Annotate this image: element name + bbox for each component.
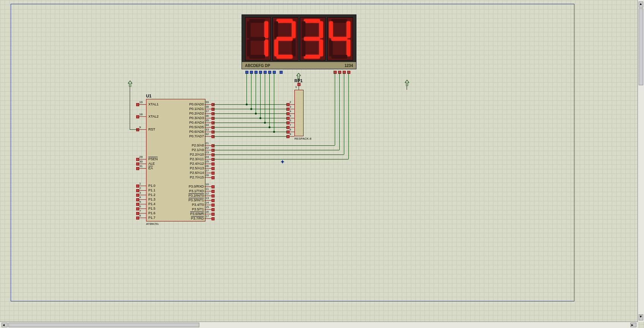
mcu-pin-24[interactable]: [211, 158, 215, 161]
display-pin-d1[interactable]: [334, 71, 337, 74]
mcu-pin-5[interactable]: [136, 203, 139, 206]
pin-number: 28: [205, 174, 209, 177]
pin-name: P3.0/RXD: [189, 185, 204, 188]
pin-name: XTAL1: [148, 102, 159, 106]
mcu-pin-22[interactable]: [211, 149, 215, 152]
pin-number: 37: [205, 110, 209, 113]
mcu-pin-11[interactable]: [211, 190, 215, 193]
pin-name: P1.6: [148, 211, 156, 215]
mcu-pin-8[interactable]: [136, 217, 139, 220]
respack-pin-7[interactable]: [286, 126, 289, 129]
mcu-pin-stub[interactable]: [138, 204, 146, 204]
display-pin-f[interactable]: [268, 71, 271, 74]
mcu-pin-39[interactable]: [211, 103, 215, 106]
mcu-pin-stub[interactable]: [138, 168, 146, 169]
respack-pin-8[interactable]: [286, 131, 289, 134]
segment-f: [274, 21, 278, 38]
mcu-pin-3[interactable]: [136, 194, 139, 197]
display-pin-g[interactable]: [273, 71, 276, 74]
mcu-pin-2[interactable]: [136, 189, 139, 192]
pin-name: P0.0/AD0: [189, 102, 204, 106]
respack-pin-9[interactable]: [286, 135, 289, 138]
wire: [213, 145, 335, 146]
wire: [265, 73, 265, 123]
pin-name: P2.0/A8: [192, 143, 204, 147]
mcu-pin-32[interactable]: [211, 135, 215, 138]
mcu-pin-stub[interactable]: [138, 116, 146, 117]
respack-pin-1[interactable]: [297, 83, 301, 86]
mcu-pin-16[interactable]: [211, 213, 215, 216]
segment-g: [304, 37, 320, 41]
display-pin-d2[interactable]: [338, 71, 341, 74]
respack-body[interactable]: [294, 90, 304, 136]
mcu-pin-18[interactable]: [136, 115, 139, 118]
mcu-pin-27[interactable]: [211, 172, 215, 175]
pin-number: 18: [139, 113, 143, 116]
mcu-pin-12[interactable]: [211, 194, 215, 197]
pin-number: 39: [205, 100, 209, 104]
mcu-pin-23[interactable]: [211, 153, 215, 156]
display-pin-d[interactable]: [259, 71, 262, 74]
mcu-pin-stub[interactable]: [138, 159, 146, 159]
pin-number: 23: [205, 151, 209, 154]
mcu-pin-stub[interactable]: [138, 199, 146, 200]
mcu-pin-7[interactable]: [136, 212, 139, 215]
segment-d: [331, 55, 347, 59]
mcu-pin-29[interactable]: [136, 158, 139, 161]
mcu-pin-26[interactable]: [211, 167, 215, 170]
mcu-pin-10[interactable]: [211, 185, 215, 188]
mcu-pin-17[interactable]: [211, 217, 215, 220]
respack-pin-2[interactable]: [286, 103, 289, 106]
mcu-pin-9[interactable]: [136, 128, 139, 131]
pin-number: 3: [139, 191, 141, 194]
pin-number: 15: [205, 205, 209, 209]
mcu-pin-35[interactable]: [211, 121, 215, 124]
pin-name: P0.6/AD6: [189, 130, 204, 134]
mcu-pin-stub[interactable]: [138, 195, 146, 195]
mcu-pin-21[interactable]: [211, 144, 215, 147]
mcu-pin-stub[interactable]: [138, 164, 146, 164]
mcu-pin-19[interactable]: [136, 103, 139, 106]
mcu-pin-stub[interactable]: [138, 218, 146, 218]
mcu-pin-stub[interactable]: [138, 104, 146, 105]
mcu-pin-31[interactable]: [136, 167, 139, 170]
horizontal-scrollbar[interactable]: ◄ ►: [0, 322, 638, 328]
power-arrow-icon: [405, 80, 409, 86]
display-pin-e[interactable]: [264, 71, 267, 74]
segment-f: [329, 21, 333, 38]
mcu-pin-15[interactable]: [211, 208, 215, 211]
respack-pin-3[interactable]: [286, 108, 289, 111]
mcu-pin-1[interactable]: [136, 185, 139, 188]
mcu-pin-37[interactable]: [211, 112, 215, 115]
mcu-pin-stub[interactable]: [138, 213, 146, 213]
mcu-pin-36[interactable]: [211, 117, 215, 120]
display-pin-label-bar: ABCDEFG DP 1234: [242, 62, 356, 69]
mcu-pin-stub[interactable]: [138, 129, 146, 130]
mcu-pin-4[interactable]: [136, 198, 139, 201]
mcu-pin-38[interactable]: [211, 108, 215, 111]
respack-pin1-num: 1: [295, 85, 297, 89]
mcu-pin-33[interactable]: [211, 131, 215, 134]
display-pin-b[interactable]: [250, 71, 253, 74]
mcu-pin-6[interactable]: [136, 207, 139, 210]
mcu-pin-34[interactable]: [211, 126, 215, 129]
display-pin-d4[interactable]: [347, 71, 350, 74]
respack-pin-5[interactable]: [286, 117, 289, 120]
mcu-pin-stub[interactable]: [138, 209, 146, 209]
vertical-scrollbar[interactable]: ▲ ▼: [638, 0, 644, 322]
display-pin-dp[interactable]: [280, 71, 283, 74]
mcu-pin-stub[interactable]: [138, 186, 146, 186]
mcu-pin-14[interactable]: [211, 204, 215, 207]
pin-name: P2.3/A11: [190, 157, 204, 161]
respack-pin-4[interactable]: [286, 112, 289, 115]
mcu-pin-13[interactable]: [211, 199, 215, 202]
mcu-pin-28[interactable]: [211, 176, 215, 179]
seven-segment-display[interactable]: ABCDEFG DP 1234: [242, 14, 356, 69]
display-pin-a[interactable]: [245, 71, 248, 74]
mcu-pin-stub[interactable]: [138, 190, 146, 191]
display-pin-d3[interactable]: [343, 71, 346, 74]
mcu-pin-25[interactable]: [211, 162, 215, 166]
display-pin-c[interactable]: [254, 71, 258, 74]
respack-pin-6[interactable]: [286, 121, 289, 124]
mcu-pin-30[interactable]: [136, 162, 139, 166]
